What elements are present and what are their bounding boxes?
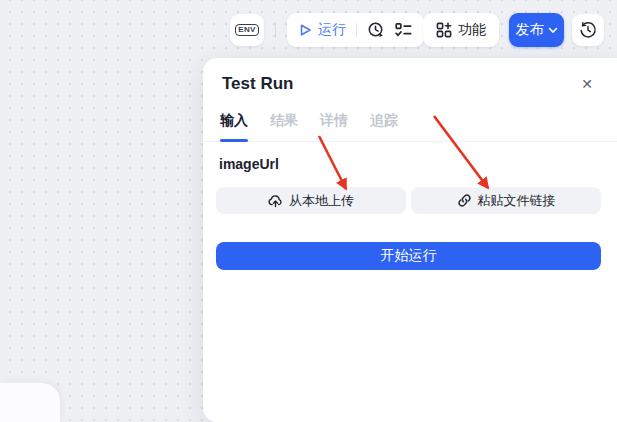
test-results-button[interactable]	[395, 22, 412, 38]
tab-trace[interactable]: 追踪	[370, 112, 398, 130]
tab-input[interactable]: 输入	[220, 112, 248, 130]
tab-result[interactable]: 结果	[270, 112, 298, 130]
image-url-field-label: imageUrl	[219, 156, 279, 172]
test-run-tabs: 输入 结果 详情 追踪	[220, 112, 398, 130]
canvas-node-corner	[0, 383, 60, 422]
run-history-button[interactable]	[367, 21, 385, 39]
start-run-button[interactable]: 开始运行	[216, 242, 601, 270]
upload-cloud-icon	[268, 194, 283, 208]
history-icon	[579, 21, 597, 39]
run-group-divider	[356, 23, 357, 37]
clock-play-icon	[367, 21, 385, 39]
run-button-label: 运行	[318, 21, 346, 39]
run-toolbar-group: 运行	[287, 13, 424, 47]
checklist-icon	[395, 22, 412, 38]
run-button[interactable]: 运行	[299, 21, 346, 39]
publish-button[interactable]: 发布	[509, 13, 564, 47]
grid-plus-icon	[436, 22, 452, 38]
tabs-divider	[203, 141, 617, 142]
play-icon	[299, 23, 312, 37]
env-icon: ENV	[235, 24, 258, 37]
link-icon	[457, 193, 472, 208]
workflow-canvas: ENV 运行	[0, 0, 617, 422]
publish-button-label: 发布	[516, 21, 544, 39]
active-tab-indicator	[220, 139, 248, 142]
image-url-input-options: 从本地上传 粘贴文件链接	[216, 187, 601, 214]
tab-detail[interactable]: 详情	[320, 112, 348, 130]
version-history-button[interactable]	[572, 14, 604, 46]
toolbar-divider	[275, 22, 276, 38]
features-button-label: 功能	[458, 21, 486, 39]
chevron-down-icon	[548, 27, 558, 34]
close-icon[interactable]: ✕	[579, 75, 595, 93]
paste-file-link-button[interactable]: 粘贴文件链接	[411, 187, 601, 214]
test-run-panel: Test Run ✕ 输入 结果 详情 追踪 imageUrl 从本地上传	[203, 58, 617, 422]
upload-local-button[interactable]: 从本地上传	[216, 187, 406, 214]
panel-title: Test Run	[222, 74, 293, 94]
features-button[interactable]: 功能	[423, 13, 499, 47]
paste-file-link-label: 粘贴文件链接	[478, 192, 556, 210]
upload-local-label: 从本地上传	[289, 192, 354, 210]
env-button[interactable]: ENV	[230, 14, 264, 46]
